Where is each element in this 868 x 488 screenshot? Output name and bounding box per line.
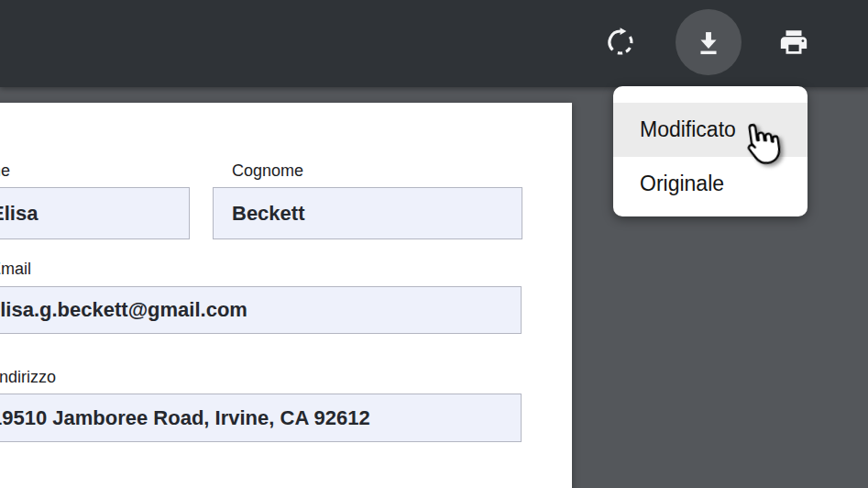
- rotate-button[interactable]: [599, 20, 643, 64]
- email-label: Email: [0, 260, 31, 279]
- rotate-clockwise-icon: [606, 28, 635, 57]
- nome-field[interactable]: Elisa: [0, 187, 190, 239]
- menu-item-originale[interactable]: Originale: [613, 157, 808, 211]
- nome-label: Nome: [0, 161, 10, 181]
- screen: Nome Cognome Elisa Beckett Email elisa.g…: [0, 0, 868, 488]
- download-icon: [694, 28, 723, 57]
- indirizzo-label: Indirizzo: [0, 368, 56, 387]
- nome-value: Elisa: [0, 202, 38, 226]
- pdf-toolbar: [0, 0, 868, 87]
- indirizzo-field[interactable]: 19510 Jamboree Road, Irvine, CA 92612: [0, 394, 522, 442]
- download-button[interactable]: [676, 9, 742, 75]
- cognome-field[interactable]: Beckett: [213, 187, 522, 239]
- email-field[interactable]: elisa.g.beckett@gmail.com: [0, 286, 522, 334]
- print-icon: [778, 27, 809, 58]
- cognome-label: Cognome: [232, 161, 303, 181]
- download-version-menu: Modificato Originale: [613, 86, 808, 216]
- print-button[interactable]: [772, 20, 816, 64]
- indirizzo-value: 19510 Jamboree Road, Irvine, CA 92612: [0, 406, 370, 430]
- menu-item-modificato[interactable]: Modificato: [613, 103, 808, 157]
- email-value: elisa.g.beckett@gmail.com: [0, 298, 247, 322]
- cognome-value: Beckett: [232, 202, 304, 226]
